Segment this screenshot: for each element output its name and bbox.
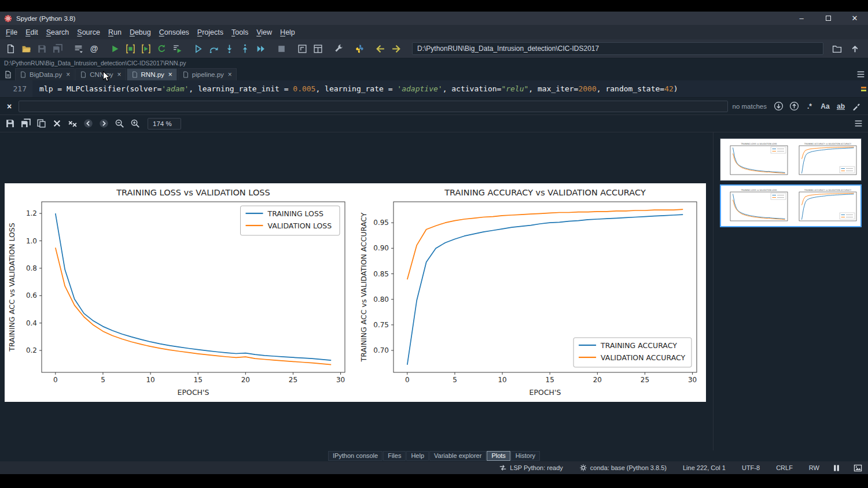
accuracy-chart: 0510152025300.700.750.800.850.900.95TRAI… [358,183,705,401]
highlight-matches-icon[interactable] [849,99,863,113]
file-switcher-icon[interactable] [71,41,86,56]
forward-icon[interactable] [388,41,404,56]
find-input[interactable] [19,101,728,112]
maximize-pane-icon[interactable] [295,41,310,56]
save-plot-icon[interactable] [2,117,18,131]
conda-env-item: conda: base (Python 3.8.5) [579,464,667,472]
loss-chart: 0510152025300.20.40.60.81.01.2TRAINING L… [6,183,353,401]
code-line[interactable]: mlp = MLPClassifier(solver='adam', learn… [32,80,859,97]
pane-tab-ipython-console[interactable]: IPython console [328,451,382,461]
working-directory-selector[interactable]: D:\PythonRUN\Big_Data_Intrusion_detectio… [412,42,823,55]
debug-file-icon[interactable] [190,41,206,56]
whole-words-icon[interactable]: ab [834,99,848,113]
svg-text:TRAINING ACCURACY vs VALIDATIO: TRAINING ACCURACY vs VALIDATION ACCURACY [444,188,646,197]
zoom-out-icon[interactable] [112,117,127,131]
save-all-plots-icon[interactable] [18,117,34,131]
file-icon [131,71,138,78]
tab-close-icon[interactable]: × [66,71,70,79]
run-cell-advance-icon[interactable] [138,41,154,56]
menu-edit[interactable]: Edit [21,27,42,38]
regex-icon[interactable]: .* [803,99,816,113]
tab-close-icon[interactable]: × [117,71,122,79]
maximize-button[interactable] [815,12,841,25]
rerun-cell-icon[interactable] [154,41,170,56]
find-symbols-icon[interactable]: @ [86,41,102,56]
editor-tab-pipeline-py[interactable]: pipeline.py× [178,68,237,80]
back-icon[interactable] [373,41,388,56]
menu-run[interactable]: Run [104,27,126,38]
plot-thumbnail-2[interactable]: TRAINING LOSS vs VALIDATION LOSSTRAINING… [720,184,862,227]
window-controls: – ✕ [788,12,868,25]
next-plot-icon[interactable] [96,117,112,131]
run-cell-icon[interactable] [123,41,138,56]
editor-code-area[interactable]: 217 mlp = MLPClassifier(solver='adam', l… [0,80,868,98]
panel-button[interactable] [854,464,862,472]
editor-tab-bigdata-py[interactable]: BigData.py× [15,68,75,80]
menu-source[interactable]: Source [73,27,104,38]
svg-text:1.2: 1.2 [26,209,37,217]
save-file-icon[interactable] [34,41,50,56]
menu-projects[interactable]: Projects [193,27,227,38]
breadcrumb: D:\PythonRUN\Big_Data_Intrusion_detectio… [0,58,868,68]
pane-tab-files[interactable]: Files [383,451,406,461]
pause-button[interactable] [832,464,841,472]
editor-tab-rnn-py[interactable]: RNN.py× [127,68,177,80]
pane-tab-plots[interactable]: Plots [487,451,510,461]
svg-text:TRAINING ACCURACY vs VALIDATIO: TRAINING ACCURACY vs VALIDATION ACCURACY [804,143,852,145]
spyder-logo-icon [4,14,12,23]
pane-tab-help[interactable]: Help [406,451,429,461]
run-file-icon[interactable] [107,41,123,56]
step-into-icon[interactable] [222,41,237,56]
previous-plot-icon[interactable] [80,117,96,131]
plots-menu-button[interactable] [851,119,866,128]
close-find-icon[interactable]: × [5,102,14,111]
python-path-manager-icon[interactable] [352,41,367,56]
run-selection-icon[interactable] [170,41,185,56]
step-over-icon[interactable] [206,41,222,56]
tab-close-icon[interactable]: × [228,71,232,79]
menu-search[interactable]: Search [42,27,73,38]
save-all-icon[interactable] [50,41,65,56]
menu-tools[interactable]: Tools [227,27,252,38]
window-layout-icon[interactable] [310,41,326,56]
menu-view[interactable]: View [252,27,276,38]
pane-tab-history[interactable]: History [511,451,540,461]
plot-thumbnail-1[interactable]: TRAINING LOSS vs VALIDATION LOSSTRAINING… [720,138,862,181]
browse-tabs-button[interactable] [1,68,15,80]
remove-all-plots-icon[interactable] [65,117,80,131]
lsp-status-icon [499,464,507,472]
close-button[interactable]: ✕ [841,12,868,25]
pane-tab-variable-explorer[interactable]: Variable explorer [429,451,486,461]
toolbar-icons: @ [3,41,404,56]
open-working-directory-icon[interactable] [829,41,845,56]
open-file-icon[interactable] [19,41,34,56]
menu-help[interactable]: Help [276,27,299,38]
editor-tabs: BigData.py×CNN.py×RNN.py×pipeline.py× [15,68,237,80]
go-to-parent-directory-icon[interactable] [847,41,863,56]
remove-plot-icon[interactable] [49,117,65,131]
find-previous-icon[interactable] [787,99,801,113]
find-toolbar: × no matches .*Aaab [0,98,868,115]
preferences-icon[interactable] [331,41,347,56]
find-next-icon[interactable] [771,99,785,113]
stop-kernel-icon[interactable] [274,41,289,56]
code-token: 2000 [578,84,596,93]
step-return-icon[interactable] [237,41,253,56]
code-token: , max_iter= [528,84,578,93]
zoom-in-icon[interactable] [127,117,143,131]
tabbar-menu-button[interactable] [853,68,868,80]
copy-to-clipboard-icon[interactable] [34,117,49,131]
continue-execution-icon[interactable] [253,41,269,56]
zoom-level[interactable]: 174 % [148,118,181,130]
minimize-button[interactable]: – [788,12,815,25]
case-sensitive-icon[interactable]: Aa [818,99,832,113]
tab-label: BigData.py [30,71,62,78]
svg-text:VALIDATION LOSS: VALIDATION LOSS [268,221,332,230]
tab-close-icon[interactable]: × [168,71,172,79]
svg-text:30: 30 [336,376,345,384]
menu-consoles[interactable]: Consoles [155,27,193,38]
editor-tab-cnn-py[interactable]: CNN.py× [75,68,126,80]
menu-file[interactable]: File [2,27,21,38]
new-file-icon[interactable] [3,41,19,56]
menu-debug[interactable]: Debug [126,27,155,38]
